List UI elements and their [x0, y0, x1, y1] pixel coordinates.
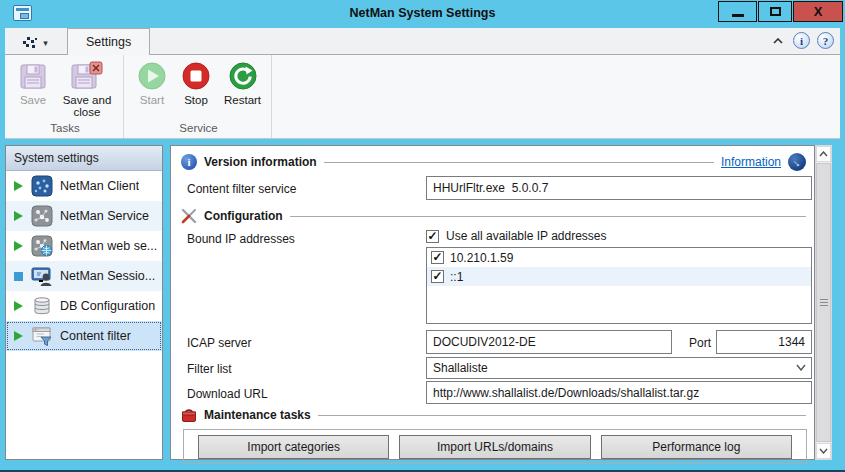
- chevron-up-icon: [773, 38, 783, 44]
- import-categories-button[interactable]: Import categories: [198, 435, 389, 459]
- content-filter-settings-panel: i Version information Information → Cont…: [170, 145, 815, 460]
- info-button[interactable]: i: [793, 32, 810, 49]
- checkmark-icon: ✓: [432, 251, 442, 263]
- port-field[interactable]: 1344: [716, 330, 812, 354]
- save-and-close-button[interactable]: Save and close: [56, 59, 118, 120]
- section-title: Version information: [204, 155, 317, 169]
- bound-ip-listbox[interactable]: ✓ 10.210.1.59 ✓ ::1: [426, 247, 812, 324]
- scroll-down-button[interactable]: [816, 443, 831, 459]
- play-circle-icon: [137, 61, 167, 91]
- close-button[interactable]: X: [793, 1, 843, 22]
- content-filter-icon: [30, 324, 54, 348]
- close-icon: X: [814, 4, 823, 19]
- icap-server-label: ICAP server: [187, 336, 251, 350]
- sidebar-item-label: NetMan Sessio...: [60, 269, 155, 283]
- info-circle-icon: i: [181, 154, 197, 170]
- icap-server-field[interactable]: DOCUDIV2012-DE: [426, 330, 672, 354]
- minimize-button[interactable]: [718, 1, 757, 22]
- ip-checkbox[interactable]: ✓: [431, 251, 444, 264]
- stop-service-button[interactable]: Stop: [175, 59, 217, 108]
- use-all-ip-checkbox[interactable]: ✓: [426, 230, 439, 243]
- restart-service-button[interactable]: Restart: [219, 59, 266, 108]
- version-information-section-header: i Version information Information →: [181, 152, 806, 172]
- sidebar-item-netman-service[interactable]: NetMan Service: [6, 201, 162, 231]
- section-rule: [290, 216, 806, 217]
- section-jump-button[interactable]: →: [788, 153, 806, 171]
- section-title: Maintenance tasks: [204, 408, 311, 422]
- app-window: NetMan System Settings X ▾ Settings: [0, 0, 845, 472]
- titlebar[interactable]: NetMan System Settings X: [0, 0, 845, 28]
- download-url-label: Download URL: [187, 387, 268, 401]
- app-menu-button[interactable]: ▾: [13, 31, 57, 54]
- arrow-down-right-icon: →: [789, 154, 805, 170]
- scrollbar-grip-icon: [820, 299, 828, 306]
- ribbon-group-service: Start Stop: [124, 55, 272, 138]
- stop-button-label: Stop: [184, 94, 208, 106]
- sidebar-item-content-filter[interactable]: Content filter: [6, 321, 162, 351]
- running-status-icon: [12, 211, 24, 221]
- info-icon: i: [800, 35, 803, 47]
- collapse-ribbon-button[interactable]: [770, 33, 786, 49]
- help-button[interactable]: ?: [817, 32, 834, 49]
- sidebar-header: System settings: [6, 146, 162, 171]
- ip-list-item[interactable]: ✓ ::1: [427, 267, 811, 286]
- save-button-label: Save: [20, 94, 46, 106]
- maintenance-tasks-section-header: Maintenance tasks: [181, 405, 806, 425]
- bound-ip-addresses-label: Bound IP addresses: [187, 232, 295, 246]
- ip-address-value: ::1: [450, 270, 463, 284]
- import-urls-domains-button[interactable]: Import URLs/domains: [399, 435, 590, 459]
- content-filter-service-label: Content filter service: [187, 182, 296, 196]
- checkmark-icon: ✓: [432, 270, 442, 282]
- sidebar-item-netman-session[interactable]: NetMan Sessio...: [6, 261, 162, 291]
- running-status-icon: [12, 301, 24, 311]
- tools-icon: [181, 208, 197, 224]
- netman-session-icon: [30, 264, 54, 288]
- restart-button-label: Restart: [224, 94, 261, 106]
- ip-address-value: 10.210.1.59: [450, 251, 513, 265]
- ribbon-tab-row: ▾ Settings i ?: [5, 28, 840, 55]
- use-all-ip-checkbox-label: Use all available IP addresses: [446, 229, 607, 243]
- ribbon: ▾ Settings i ?: [5, 28, 840, 139]
- sidebar-item-label: Content filter: [60, 329, 131, 343]
- scroll-up-button[interactable]: [816, 146, 831, 162]
- information-link[interactable]: Information: [721, 155, 781, 169]
- stop-circle-icon: [181, 61, 211, 91]
- running-status-icon: [12, 331, 24, 341]
- toolbox-icon: [181, 408, 197, 423]
- chevron-down-icon: [819, 448, 828, 454]
- running-status-icon: [12, 241, 24, 251]
- netman-service-icon: [30, 204, 54, 228]
- scrollbar-thumb[interactable]: [816, 163, 831, 442]
- maximize-button[interactable]: [758, 1, 792, 22]
- chevron-up-icon: [819, 151, 828, 157]
- download-url-field[interactable]: http://www.shallalist.de/Downloads/shall…: [426, 381, 812, 404]
- vertical-scrollbar[interactable]: [815, 145, 832, 460]
- configuration-section-header: Configuration: [181, 206, 806, 226]
- sidebar-item-label: NetMan Service: [60, 209, 149, 223]
- netman-web-service-icon: [30, 234, 54, 258]
- ip-list-item[interactable]: ✓ 10.210.1.59: [427, 248, 811, 267]
- tab-settings[interactable]: Settings: [67, 28, 150, 55]
- stopped-status-icon: [12, 272, 24, 281]
- ribbon-group-tasks: Save Save and close: [5, 55, 124, 138]
- section-title: Configuration: [204, 209, 283, 223]
- start-button-label: Start: [140, 94, 164, 106]
- section-rule: [324, 162, 714, 163]
- netman-client-icon: [30, 174, 54, 198]
- floppy-disk-icon: [18, 61, 48, 91]
- sidebar-item-db-configuration[interactable]: DB Configuration: [6, 291, 162, 321]
- filter-list-label: Filter list: [187, 362, 232, 376]
- database-icon: [30, 294, 54, 318]
- content-filter-service-field[interactable]: HHUrlFltr.exe 5.0.0.7: [426, 176, 812, 200]
- checkmark-icon: ✓: [427, 230, 437, 242]
- sidebar-item-netman-web-service[interactable]: NetMan web se...: [6, 231, 162, 261]
- section-rule: [318, 415, 806, 416]
- sidebar-item-netman-client[interactable]: NetMan Client: [6, 171, 162, 201]
- use-all-ip-checkbox-row: ✓ Use all available IP addresses: [426, 229, 607, 243]
- start-service-button[interactable]: Start: [131, 59, 173, 108]
- filter-list-dropdown[interactable]: Shallaliste: [426, 357, 812, 379]
- app-menu-icon: [22, 35, 39, 50]
- performance-log-button[interactable]: Performance log: [601, 435, 792, 459]
- ip-checkbox[interactable]: ✓: [431, 270, 444, 283]
- save-button[interactable]: Save: [12, 59, 54, 108]
